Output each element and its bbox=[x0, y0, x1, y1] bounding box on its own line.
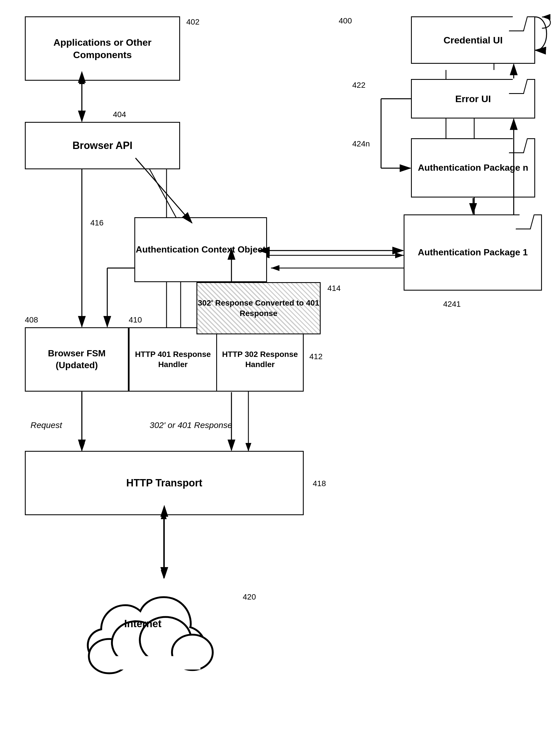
http-transport-box: HTTP Transport bbox=[25, 451, 304, 515]
internet-cloud-svg bbox=[62, 578, 231, 686]
credential-ui-box: Credential UI bbox=[411, 16, 535, 64]
error-ui-box: Error UI bbox=[411, 79, 535, 119]
error-ui-id: 422 bbox=[352, 81, 366, 90]
browser-api-id: 404 bbox=[113, 110, 126, 119]
internet-label: Internet bbox=[124, 618, 161, 630]
auth-pkg-1-box: Authentication Package 1 bbox=[404, 215, 542, 291]
auth-pkg-n-box: Authentication Package n bbox=[411, 138, 535, 198]
applications-id: 402 bbox=[186, 18, 200, 27]
http-transport-id: 418 bbox=[313, 479, 326, 488]
browser-fsm-box: Browser FSM (Updated) bbox=[25, 327, 129, 391]
response-label: 302' or 401 Response bbox=[150, 420, 232, 430]
auth-pkg-n-id: 424n bbox=[352, 139, 370, 148]
http401-handler-id: 410 bbox=[129, 316, 142, 325]
auth-context-id: 416 bbox=[90, 218, 104, 228]
svg-rect-23 bbox=[107, 656, 201, 670]
request-label: Request bbox=[30, 420, 62, 430]
credential-ui-id: 400 bbox=[339, 16, 352, 25]
internet-id: 420 bbox=[243, 592, 256, 601]
internet-cloud bbox=[62, 578, 231, 686]
diagram-container: Applications or Other Components 402 Bro… bbox=[0, 0, 560, 733]
applications-box: Applications or Other Components bbox=[25, 16, 180, 81]
response-converted-id: 414 bbox=[327, 284, 341, 293]
auth-pkg-1-id: 4241 bbox=[443, 300, 461, 309]
browser-fsm-id: 408 bbox=[25, 316, 38, 325]
response-converted-box: 302' Response Converted to 401 Response bbox=[196, 282, 321, 334]
http302-handler-id: 412 bbox=[309, 352, 323, 361]
http401-handler-box: HTTP 401 Response Handler bbox=[129, 327, 216, 391]
http302-handler-box: HTTP 302 Response Handler bbox=[216, 327, 304, 391]
browser-api-box: Browser API bbox=[25, 122, 180, 169]
auth-context-box: Authentication Context Object bbox=[134, 217, 267, 282]
